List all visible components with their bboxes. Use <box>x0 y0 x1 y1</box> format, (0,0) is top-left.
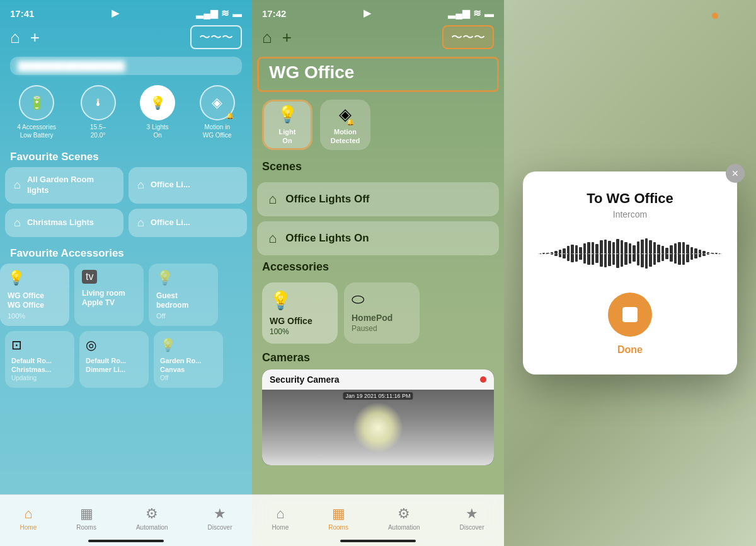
tab-automation-label-p2: Automation <box>388 524 420 531</box>
p2-light-icon: 💡 <box>277 105 297 124</box>
home-icon-p2[interactable]: ⌂ <box>262 28 272 47</box>
soundwave-btn-p1[interactable]: 〜〜〜 <box>190 25 242 49</box>
scene-christmas-icon: ⌂ <box>14 216 21 229</box>
wifi-p1: ≋ <box>221 8 229 19</box>
tab-automation-icon-p1: ⚙ <box>146 506 158 522</box>
scene-on-label: Office Lights On <box>285 231 369 245</box>
tab-automation-p1[interactable]: ⚙ Automation <box>136 506 168 531</box>
scene-off-icon: ⌂ <box>268 191 277 207</box>
default1-icon: ⊡ <box>11 337 68 352</box>
location-icon-p1: ▶ <box>112 8 119 19</box>
nav-left-p1: ⌂ + <box>10 28 40 47</box>
close-button[interactable]: ✕ <box>726 164 745 183</box>
garden-icon: 💡 <box>160 337 217 352</box>
scene-christmas-label: Christmas Lights <box>27 218 94 228</box>
tab-discover-p2[interactable]: ★ Discover <box>460 506 484 531</box>
home-banner-p1: ████████████████ <box>10 57 242 75</box>
camera-header: Security Camera <box>262 369 494 390</box>
acc-card-guest[interactable]: 💡 Guestbedroom Off <box>149 264 218 326</box>
acc-card-default2[interactable]: ◎ Default Ro...Dimmer Li... <box>79 331 149 388</box>
cameras-heading-p2: Cameras <box>252 351 504 369</box>
status-bar-p1: 17:41 ▶ ▂▄▆ ≋ ▬ <box>0 0 252 23</box>
waveform-display <box>538 235 722 272</box>
motion-alert: 🔔 <box>226 112 234 119</box>
tab-home-icon-p1: ⌂ <box>24 506 32 522</box>
battery-p2: ▬ <box>484 8 494 19</box>
soundwave-btn-p2[interactable]: 〜〜〜 <box>442 25 494 49</box>
camera-preview[interactable]: Jan 19 2021 05:11:16 PM <box>262 390 494 465</box>
wgoffice-name: WG OfficeWG Office <box>8 291 62 311</box>
scene-card-office-partial1[interactable]: ⌂ Office Li... <box>129 167 247 204</box>
acc-battery-label: 4 AccessoriesLow Battery <box>17 123 56 139</box>
signal-p2: ▂▄▆ <box>448 8 470 19</box>
p2-wgoffice-name: WG Office <box>270 316 330 326</box>
p2-homepod-card[interactable]: ⬭ HomePod Paused <box>344 282 420 344</box>
wgoffice-status: 100% <box>8 312 62 320</box>
scene-office-lights-on[interactable]: ⌂ Office Lights On <box>257 221 499 255</box>
battery-p1: ▬ <box>232 8 242 19</box>
acc-heading-p2: Accessories <box>262 260 494 274</box>
camera-light-visual <box>353 402 403 453</box>
tab-rooms-icon-p2: ▦ <box>332 506 345 522</box>
tab-bar-p1: ⌂ Home ▦ Rooms ⚙ Automation ★ Discover <box>0 494 252 546</box>
scene-garden-icon: ⌂ <box>14 178 21 192</box>
p2-motion-acc[interactable]: ◈🔔 MotionDetected <box>320 100 370 150</box>
add-icon-p2[interactable]: + <box>282 28 292 47</box>
home-indicator-p1 <box>88 540 164 542</box>
motion-icon: ◈ <box>212 95 222 111</box>
tab-rooms-label-p2: Rooms <box>328 524 348 531</box>
top-nav-p2: ⌂ + 〜〜〜 <box>252 23 504 54</box>
p2-acc-row: 💡 LightOn ◈🔔 MotionDetected <box>252 100 504 160</box>
orange-dot-p3 <box>712 13 718 19</box>
appletv-name: Living roomApple TV <box>82 289 136 308</box>
scenes-heading-p2: Scenes <box>262 160 494 173</box>
lights-icon: 💡 <box>150 95 166 110</box>
tab-automation-p2[interactable]: ⚙ Automation <box>388 506 420 531</box>
tab-rooms-p2[interactable]: ▦ Rooms <box>328 506 348 531</box>
acc-lights-circle: 💡 <box>140 85 175 120</box>
tab-home-p2[interactable]: ⌂ Home <box>272 506 289 531</box>
p2-light-label: LightOn <box>279 128 296 144</box>
acc-temperature[interactable]: 🌡 15.5–20.0° <box>81 85 116 139</box>
acc-card-garden[interactable]: 💡 Garden Ro...Canvas Off <box>154 331 223 388</box>
time-p1: 17:41 <box>10 8 34 19</box>
garden-status: Off <box>160 375 217 381</box>
acc-battery[interactable]: 🔋 4 AccessoriesLow Battery <box>17 85 56 139</box>
intercom-title: To WG Office <box>587 190 673 207</box>
tab-discover-p1[interactable]: ★ Discover <box>208 506 232 531</box>
appletv-icon: tv <box>82 270 97 284</box>
p2-light-acc[interactable]: 💡 LightOn <box>262 100 312 150</box>
intercom-modal: ✕ To WG Office Intercom Done <box>523 171 737 375</box>
p2-motion-label: MotionDetected <box>331 128 360 144</box>
scene-card-garden[interactable]: ⌂ All Garden Room lights <box>5 167 123 204</box>
default1-name: Default Ro...Christmas... <box>11 356 68 375</box>
tab-rooms-label-p1: Rooms <box>76 524 96 531</box>
nav-left-p2: ⌂ + <box>262 28 292 47</box>
camera-title: Security Camera <box>270 375 340 385</box>
acc-motion[interactable]: ◈ 🔔 Motion inWG Office <box>200 85 235 139</box>
scene-office-lights-off[interactable]: ⌂ Office Lights Off <box>257 182 499 216</box>
acc-card-default1[interactable]: ⊡ Default Ro...Christmas... Updating <box>5 331 74 388</box>
acc-card-wgoffice[interactable]: 💡 WG OfficeWG Office 100% <box>0 264 69 326</box>
default1-status: Updating <box>11 375 68 381</box>
guest-status: Off <box>156 312 210 320</box>
tab-rooms-p1[interactable]: ▦ Rooms <box>76 506 96 531</box>
soundwave-icon-p2: 〜〜〜 <box>451 31 485 44</box>
tab-home-p1[interactable]: ⌂ Home <box>20 506 37 531</box>
home-icon-p1[interactable]: ⌂ <box>10 28 20 47</box>
scene-card-office-partial2[interactable]: ⌂ Office Li... <box>129 209 247 237</box>
p2-wgoffice-card[interactable]: 💡 WG Office 100% <box>262 282 338 344</box>
tab-automation-label-p1: Automation <box>136 524 168 531</box>
camera-card-p2: Security Camera Jan 19 2021 05:11:16 PM <box>262 369 494 465</box>
p2-homepod-status: Paused <box>352 324 412 333</box>
stop-button[interactable] <box>608 293 652 337</box>
p2-accessories-section: Accessories <box>252 260 504 282</box>
waveform-baseline <box>538 253 722 254</box>
add-icon-p1[interactable]: + <box>30 28 40 47</box>
acc-lights[interactable]: 💡 3 LightsOn <box>140 85 175 139</box>
acc-card-appletv[interactable]: tv Living roomApple TV <box>74 264 144 326</box>
tab-home-label-p1: Home <box>20 524 37 531</box>
p2-homepod-name: HomePod <box>352 313 412 323</box>
scene-card-christmas[interactable]: ⌂ Christmas Lights <box>5 209 123 237</box>
guest-icon: 💡 <box>156 270 210 286</box>
